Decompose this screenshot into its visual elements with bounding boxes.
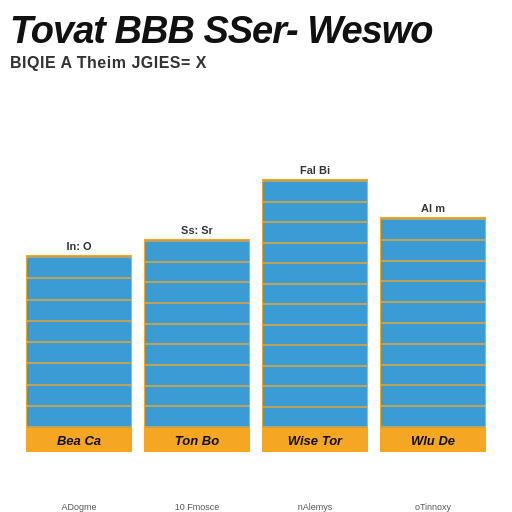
bar-footer-label-3: Wise Tor	[264, 433, 366, 448]
bar-footer-1: Bea Ca	[26, 429, 132, 452]
chart-labels-area: ADogme10 FmoscenAlemysoTinnoxy	[20, 502, 492, 512]
bar-footer-label-1: Bea Ca	[28, 433, 130, 448]
bar-footer-label-2: Ton Bo	[146, 433, 248, 448]
bar-group-1: In: O Bea Ca	[26, 240, 132, 452]
bar-footer-4: Wlu De	[380, 429, 486, 452]
bar-3	[262, 179, 368, 429]
subtitle: BIQIE A Theim JGIES= X	[10, 54, 502, 72]
bar-footer-label-4: Wlu De	[382, 433, 484, 448]
main-title: Tovat BBB SSer- Weswo	[10, 10, 502, 52]
bottom-label-1: ADogme	[26, 502, 132, 512]
bar-group-2: Ss: Sr Ton Bo	[144, 224, 250, 452]
bar-footer-3: Wise Tor	[262, 429, 368, 452]
bar-2	[144, 239, 250, 429]
bottom-label-2: 10 Fmosce	[144, 502, 250, 512]
bottom-label-3: nAlemys	[262, 502, 368, 512]
bar-1	[26, 255, 132, 429]
bar-group-3: Fal Bi Wise Tor	[262, 164, 368, 452]
chart-area: In: O Bea Ca Ss: Sr Ton Bo Fal Bi Wise T…	[20, 120, 492, 452]
bar-top-label-3: Fal Bi	[300, 164, 330, 176]
bar-top-label-2: Ss: Sr	[181, 224, 213, 236]
bar-footer-2: Ton Bo	[144, 429, 250, 452]
bar-top-label-4: Al m	[421, 202, 445, 214]
bar-top-label-1: In: O	[66, 240, 91, 252]
bar-group-4: Al m Wlu De	[380, 202, 486, 452]
bar-4	[380, 217, 486, 429]
bottom-label-4: oTinnoxy	[380, 502, 486, 512]
title-area: Tovat BBB SSer- Weswo BIQIE A Theim JGIE…	[10, 10, 502, 72]
